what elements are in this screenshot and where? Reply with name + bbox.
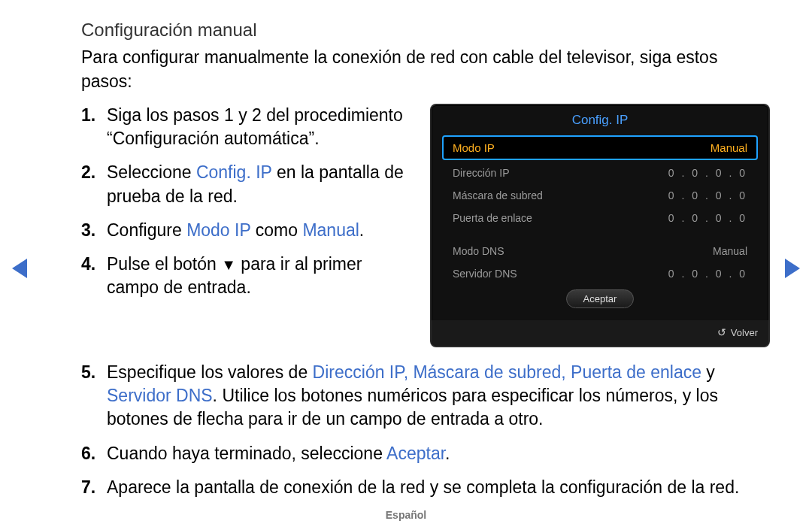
field-label: Servidor DNS xyxy=(453,268,517,280)
step-text: Especifique los valores de Dirección IP,… xyxy=(107,361,770,431)
t: . xyxy=(359,220,364,240)
row-modo-dns[interactable]: Modo DNS Manual xyxy=(442,240,758,262)
language-footer: Español xyxy=(0,509,812,521)
dialog-title: Config. IP xyxy=(432,105,768,135)
row-mascara-subred[interactable]: Máscara de subred 0 . 0 . 0 . 0 xyxy=(442,184,758,207)
config-ip-dialog: Config. IP Modo IP Manual Dirección IP 0… xyxy=(430,104,770,347)
next-page-arrow-icon[interactable] xyxy=(785,259,800,278)
step-6: 6. Cuando haya terminado, seleccione Ace… xyxy=(81,442,770,465)
t: como xyxy=(250,220,302,240)
step-text: Siga los pasos 1 y 2 del procedimiento “… xyxy=(107,104,412,150)
hi-config-ip: Config. IP xyxy=(196,162,272,182)
down-arrow-icon: ▼ xyxy=(221,255,236,275)
step-7: 7. Aparece la pantalla de conexión de la… xyxy=(81,476,770,499)
step-num: 7. xyxy=(81,476,107,499)
row-servidor-dns[interactable]: Servidor DNS 0 . 0 . 0 . 0 xyxy=(442,262,758,285)
t: y xyxy=(701,362,715,382)
t: Seleccione xyxy=(107,162,196,182)
step-num: 1. xyxy=(81,104,107,150)
field-value: 0 . 0 . 0 . 0 xyxy=(668,189,747,201)
step-num: 5. xyxy=(81,361,107,431)
step-text: Cuando haya terminado, seleccione Acepta… xyxy=(107,442,770,465)
step-1: 1. Siga los pasos 1 y 2 del procedimient… xyxy=(81,104,412,150)
hi-servidor-dns: Servidor DNS xyxy=(107,386,213,405)
steps-bottom: 5. Especifique los valores de Dirección … xyxy=(81,361,770,498)
field-value: 0 . 0 . 0 . 0 xyxy=(668,212,747,224)
step-num: 3. xyxy=(81,219,107,242)
row-direccion-ip[interactable]: Dirección IP 0 . 0 . 0 . 0 xyxy=(442,162,758,184)
field-label: Puerta de enlace xyxy=(453,212,532,224)
steps-top: 1. Siga los pasos 1 y 2 del procedimient… xyxy=(81,104,412,309)
intro-text: Para configurar manualmente la conexión … xyxy=(81,45,770,93)
step-text: Seleccione Config. IP en la pantalla de … xyxy=(107,161,412,207)
step-text: Pulse el botón ▼ para ir al primer campo… xyxy=(107,253,412,299)
row-puerta-enlace[interactable]: Puerta de enlace 0 . 0 . 0 . 0 xyxy=(442,207,758,229)
field-label: Dirección IP xyxy=(453,167,509,179)
step-4: 4. Pulse el botón ▼ para ir al primer ca… xyxy=(81,253,412,299)
t: Cuando haya terminado, seleccione xyxy=(107,444,386,463)
hi-ip-fields: Dirección IP, Máscara de subred, Puerta … xyxy=(313,362,701,382)
step-3: 3. Configure Modo IP como Manual. xyxy=(81,219,412,242)
back-bar[interactable]: ↺ Volver xyxy=(432,320,768,346)
step-5: 5. Especifique los valores de Dirección … xyxy=(81,361,770,431)
row-modo-ip-selected[interactable]: Modo IP Manual xyxy=(442,135,758,160)
field-value: 0 . 0 . 0 . 0 xyxy=(668,268,747,280)
t: Especifique los valores de xyxy=(107,362,313,382)
dialog-body: Modo IP Manual Dirección IP 0 . 0 . 0 . … xyxy=(432,135,768,314)
field-label: Modo IP xyxy=(453,141,495,154)
hi-modo-ip: Modo IP xyxy=(186,220,250,240)
page-title: Configuración manual xyxy=(81,20,770,41)
prev-page-arrow-icon[interactable] xyxy=(12,259,27,278)
field-value: 0 . 0 . 0 . 0 xyxy=(668,167,747,179)
step-text: Aparece la pantalla de conexión de la re… xyxy=(107,476,770,499)
field-label: Modo DNS xyxy=(453,245,504,257)
field-value: Manual xyxy=(710,141,747,154)
t: Pulse el botón xyxy=(107,254,221,274)
hi-aceptar: Aceptar xyxy=(386,444,445,463)
step-text: Configure Modo IP como Manual. xyxy=(107,219,412,242)
two-column-area: 1. Siga los pasos 1 y 2 del procedimient… xyxy=(81,104,770,347)
field-value: Manual xyxy=(713,245,747,257)
manual-page: Configuración manual Para configurar man… xyxy=(0,0,812,530)
field-label: Máscara de subred xyxy=(453,189,543,201)
ok-button[interactable]: Aceptar xyxy=(566,289,635,308)
step-num: 6. xyxy=(81,442,107,465)
back-label: Volver xyxy=(731,327,758,338)
step-num: 2. xyxy=(81,161,107,207)
step-num: 4. xyxy=(81,253,107,299)
t: . xyxy=(445,444,450,463)
step-2: 2. Seleccione Config. IP en la pantalla … xyxy=(81,161,412,207)
t: Configure xyxy=(107,220,186,240)
hi-manual: Manual xyxy=(302,220,359,240)
return-icon: ↺ xyxy=(717,326,726,338)
